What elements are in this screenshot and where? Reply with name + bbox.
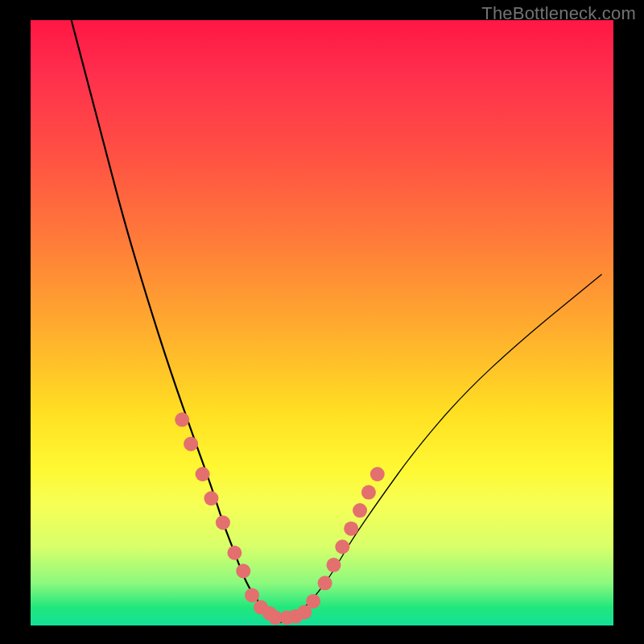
data-point xyxy=(326,558,341,572)
curve-left-arm xyxy=(72,20,282,622)
data-point xyxy=(370,467,385,481)
data-point xyxy=(184,436,198,451)
data-point xyxy=(318,576,332,590)
data-point xyxy=(353,503,367,518)
bottleneck-curve xyxy=(31,20,613,625)
data-point xyxy=(175,412,189,427)
data-point xyxy=(227,546,242,560)
plot-area xyxy=(31,20,613,625)
data-point xyxy=(204,491,218,506)
data-point xyxy=(306,594,320,609)
data-point xyxy=(361,485,376,500)
data-point xyxy=(196,467,210,481)
data-point xyxy=(216,515,230,530)
data-points xyxy=(175,412,385,625)
data-point xyxy=(236,564,250,578)
outer-frame: TheBottleneck.com xyxy=(0,0,644,644)
data-point xyxy=(245,588,259,602)
data-point xyxy=(344,522,358,536)
data-point xyxy=(335,539,349,554)
